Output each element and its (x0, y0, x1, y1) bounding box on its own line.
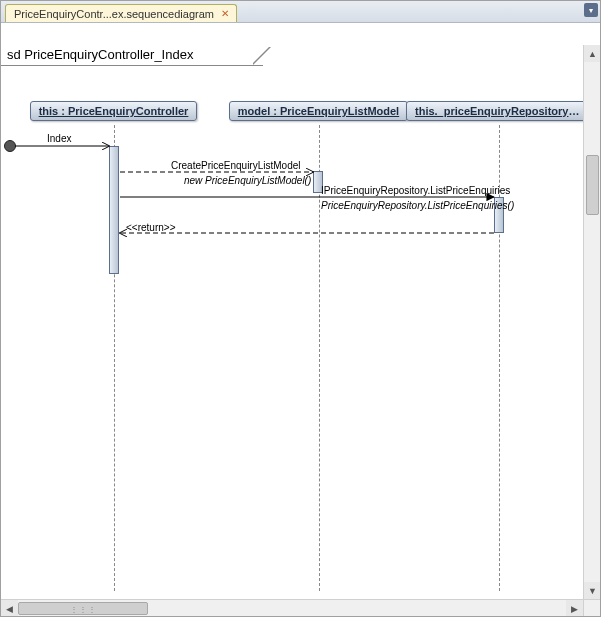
msg-create-model-label: CreatePriceEnquiryListModel (171, 160, 301, 171)
lifeline-repository[interactable]: this._priceEnquiryRepository : T (401, 101, 596, 123)
tab-bar: PriceEnquiryContr...ex.sequencediagram ✕… (1, 1, 600, 23)
horizontal-scrollbar[interactable]: ◀ ⋮⋮⋮ ▶ (1, 599, 583, 616)
editor-window: PriceEnquiryContr...ex.sequencediagram ✕… (0, 0, 601, 617)
lifeline-head-repository[interactable]: this._priceEnquiryRepository : T (406, 101, 591, 121)
activation-controller[interactable] (109, 146, 119, 274)
canvas-wrap: sd PriceEnquiryController_Index this : P… (1, 23, 600, 616)
msg-iface-list-label: IPriceEnquiryRepository.ListPriceEnquiri… (321, 185, 510, 196)
scroll-right-button[interactable]: ▶ (566, 600, 583, 616)
diagram-canvas[interactable]: sd PriceEnquiryController_Index this : P… (1, 23, 585, 601)
lifeline-head-model[interactable]: model : PriceEnquiryListModel (229, 101, 408, 121)
scroll-corner (583, 599, 600, 616)
msg-found-label: Index (47, 133, 71, 144)
sequence-frame-tag-corner (253, 47, 271, 65)
vertical-scroll-thumb[interactable] (586, 155, 599, 215)
sequence-frame-label: sd PriceEnquiryController_Index (7, 47, 193, 62)
scroll-up-button[interactable]: ▲ (584, 45, 600, 62)
tab-overflow-dropdown[interactable]: ▾ (584, 3, 598, 17)
msg-new-model-label: new PriceEnquiryListModel() (184, 175, 311, 186)
close-icon[interactable]: ✕ (220, 9, 230, 19)
scroll-down-button[interactable]: ▼ (584, 582, 600, 599)
tab-active[interactable]: PriceEnquiryContr...ex.sequencediagram ✕ (5, 4, 237, 22)
lifeline-model[interactable]: model : PriceEnquiryListModel (221, 101, 416, 123)
vertical-scrollbar[interactable]: ▲ ▼ (583, 45, 600, 599)
horizontal-scroll-thumb[interactable]: ⋮⋮⋮ (18, 602, 148, 615)
sequence-frame-border (1, 65, 263, 66)
lifeline-head-controller[interactable]: this : PriceEnquiryController (30, 101, 198, 121)
msg-impl-list-label: PriceEnquiryRepository.ListPriceEnquirie… (321, 200, 514, 211)
found-message-endpoint (4, 140, 16, 152)
lifeline-controller[interactable]: this : PriceEnquiryController (16, 101, 211, 123)
scroll-left-button[interactable]: ◀ (1, 600, 18, 616)
lifeline-line-model (319, 125, 320, 591)
msg-return-label: <<return>> (126, 222, 175, 233)
tab-label: PriceEnquiryContr...ex.sequencediagram (14, 7, 214, 21)
scroll-grip-icon: ⋮⋮⋮ (70, 604, 97, 613)
